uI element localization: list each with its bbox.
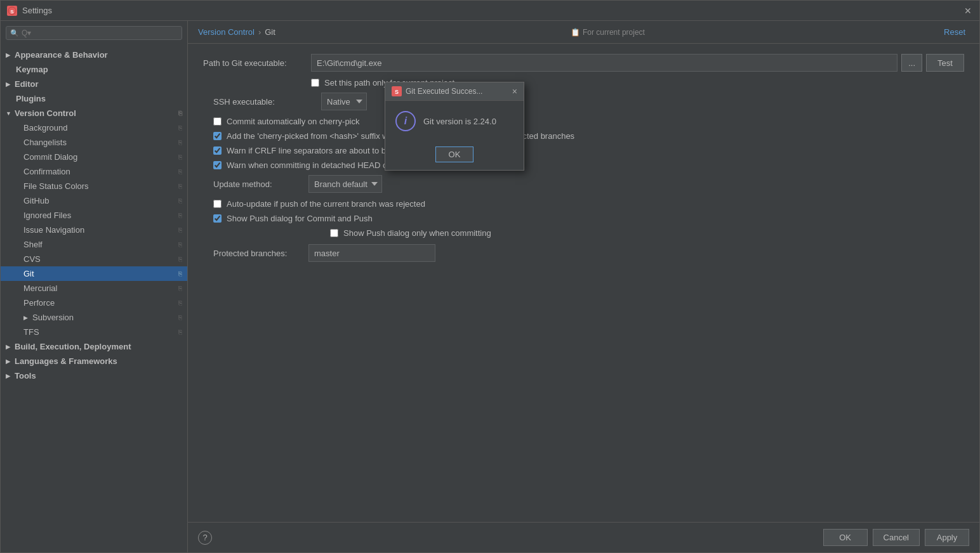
- nav-tree: ▶ Appearance & Behavior Keymap ▶ Editor …: [1, 45, 187, 552]
- show-push-row: Show Push dialog for Commit and Push: [203, 214, 964, 223]
- git-path-row: Path to Git executable: ... Test: [203, 54, 964, 72]
- browse-button[interactable]: ...: [901, 54, 922, 72]
- copy-icon: ⎘: [178, 153, 182, 160]
- reset-button[interactable]: Reset: [940, 26, 969, 38]
- sidebar-item-mercurial[interactable]: Mercurial ⎘: [1, 281, 187, 296]
- sidebar-item-languages[interactable]: ▶ Languages & Frameworks: [1, 354, 187, 368]
- copy-icon: ⎘: [178, 226, 182, 233]
- git-path-label: Path to Git executable:: [203, 58, 305, 68]
- git-path-input[interactable]: [311, 54, 897, 72]
- ssh-label: SSH executable:: [213, 97, 315, 107]
- detached-row: Warn when committing in detached HEAD or…: [203, 160, 964, 170]
- arrow-icon: ▶: [6, 344, 12, 350]
- settings-window: S Settings ✕ 🔍 ▶ Appearance & Behavior: [0, 0, 980, 553]
- show-push-checkbox[interactable]: [213, 214, 222, 223]
- sidebar-item-subversion[interactable]: ▶ Subversion ⎘: [1, 310, 187, 325]
- dialog-title: Git Executed Succes...: [406, 87, 508, 96]
- auto-update-checkbox[interactable]: [213, 200, 222, 208]
- arrow-icon: ▶: [6, 52, 12, 58]
- arrow-icon: ▶: [23, 315, 30, 321]
- copy-icon: ⎘: [178, 212, 182, 219]
- crlf-row: Warn if CRLF line separators are about t…: [203, 146, 964, 155]
- dialog-message: Git version is 2.24.0: [423, 117, 496, 126]
- sidebar-item-git[interactable]: Git ⎘: [1, 266, 187, 281]
- dialog: S Git Executed Succes... × i Git version…: [385, 82, 524, 171]
- set-path-only-checkbox[interactable]: [311, 79, 319, 87]
- main-content: Version Control › Git 📋 For current proj…: [188, 21, 979, 552]
- content-area: 🔍 ▶ Appearance & Behavior Keymap ▶ Edito…: [1, 21, 979, 552]
- sidebar-item-perforce[interactable]: Perforce ⎘: [1, 296, 187, 310]
- detached-checkbox[interactable]: [213, 161, 222, 169]
- dialog-footer: OK: [385, 141, 524, 170]
- sidebar-item-changelists[interactable]: Changelists ⎘: [1, 135, 187, 150]
- sidebar-item-keymap[interactable]: Keymap: [1, 62, 187, 77]
- dialog-ok-button[interactable]: OK: [435, 146, 474, 162]
- breadcrumb-bar: Version Control › Git 📋 For current proj…: [188, 21, 979, 44]
- sidebar-item-cvs[interactable]: CVS ⎘: [1, 252, 187, 266]
- app-icon: S: [7, 6, 17, 16]
- copy-icon: ⎘: [178, 183, 182, 190]
- search-input[interactable]: [22, 29, 178, 37]
- title-bar: S Settings ✕: [1, 1, 979, 21]
- sidebar-item-issue-navigation[interactable]: Issue Navigation ⎘: [1, 223, 187, 237]
- info-icon: i: [395, 111, 416, 131]
- search-box[interactable]: 🔍: [6, 26, 182, 40]
- hash-suffix-checkbox[interactable]: [213, 132, 222, 140]
- path-input-row: ... Test: [311, 54, 964, 72]
- sidebar-item-plugins[interactable]: Plugins: [1, 91, 187, 106]
- sidebar-item-build[interactable]: ▶ Build, Execution, Deployment: [1, 339, 187, 354]
- sidebar-item-tfs[interactable]: TFS ⎘: [1, 325, 187, 339]
- arrow-icon: ▼: [6, 110, 12, 117]
- close-button[interactable]: ✕: [963, 6, 973, 16]
- bottom-bar: ? OK Cancel Apply: [188, 522, 979, 552]
- sidebar-item-version-control[interactable]: ▼ Version Control ⎘: [1, 106, 187, 120]
- set-path-row: Set this path only for current project: [203, 78, 964, 88]
- arrow-icon: ▶: [6, 373, 12, 379]
- copy-icon: ⎘: [178, 314, 182, 321]
- sidebar-item-editor[interactable]: ▶ Editor: [1, 77, 187, 91]
- sidebar: 🔍 ▶ Appearance & Behavior Keymap ▶ Edito…: [1, 21, 188, 552]
- update-method-row: Update method: Branch default Merge Reba…: [213, 175, 964, 193]
- search-icon: 🔍: [10, 29, 19, 37]
- sidebar-item-shelf[interactable]: Shelf ⎘: [1, 237, 187, 252]
- breadcrumb-project: 📋 For current project: [571, 28, 645, 37]
- copy-icon: ⎘: [178, 168, 182, 175]
- sidebar-item-confirmation[interactable]: Confirmation ⎘: [1, 164, 187, 179]
- protected-branches-input[interactable]: [308, 244, 435, 262]
- sidebar-item-ignored-files[interactable]: Ignored Files ⎘: [1, 208, 187, 223]
- copy-icon: ⎘: [178, 110, 182, 117]
- sidebar-item-tools[interactable]: ▶ Tools: [1, 368, 187, 383]
- protected-branches-row: Protected branches:: [213, 244, 964, 262]
- dialog-close-button[interactable]: ×: [512, 87, 517, 96]
- sidebar-item-github[interactable]: GitHub ⎘: [1, 193, 187, 208]
- copy-icon: ⎘: [178, 124, 182, 131]
- show-push-label: Show Push dialog for Commit and Push: [227, 214, 373, 223]
- auto-update-label: Auto-update if push of the current branc…: [227, 199, 425, 209]
- ok-button[interactable]: OK: [823, 529, 868, 546]
- breadcrumb-current: Git: [265, 27, 275, 37]
- apply-button[interactable]: Apply: [925, 529, 969, 546]
- update-method-label: Update method:: [213, 179, 302, 189]
- help-button[interactable]: ?: [198, 531, 212, 545]
- test-button[interactable]: Test: [926, 54, 964, 72]
- show-push-only-checkbox[interactable]: [330, 229, 338, 237]
- auto-update-row: Auto-update if push of the current branc…: [203, 199, 964, 209]
- cherry-pick-checkbox[interactable]: [213, 117, 222, 126]
- update-method-dropdown[interactable]: Branch default Merge Rebase: [308, 175, 382, 193]
- hash-suffix-row: Add the 'cherry-picked from <hash>' suff…: [203, 131, 964, 141]
- dialog-app-icon: S: [392, 86, 402, 96]
- sidebar-item-appearance[interactable]: ▶ Appearance & Behavior: [1, 48, 187, 62]
- window-title: Settings: [22, 6, 963, 15]
- sidebar-item-file-status-colors[interactable]: File Status Colors ⎘: [1, 179, 187, 193]
- ssh-dropdown[interactable]: Native Built-in: [321, 93, 367, 110]
- dialog-overlay: S Git Executed Succes... × i Git version…: [188, 44, 979, 522]
- sidebar-item-commit-dialog[interactable]: Commit Dialog ⎘: [1, 150, 187, 164]
- breadcrumb-separator: ›: [258, 27, 261, 37]
- sidebar-item-background[interactable]: Background ⎘: [1, 120, 187, 135]
- dialog-titlebar: S Git Executed Succes... ×: [385, 82, 524, 101]
- cancel-button[interactable]: Cancel: [873, 529, 920, 546]
- copy-icon: ⎘: [178, 285, 182, 292]
- copy-icon: ⎘: [178, 139, 182, 146]
- breadcrumb-parent: Version Control: [198, 27, 255, 37]
- crlf-checkbox[interactable]: [213, 146, 222, 155]
